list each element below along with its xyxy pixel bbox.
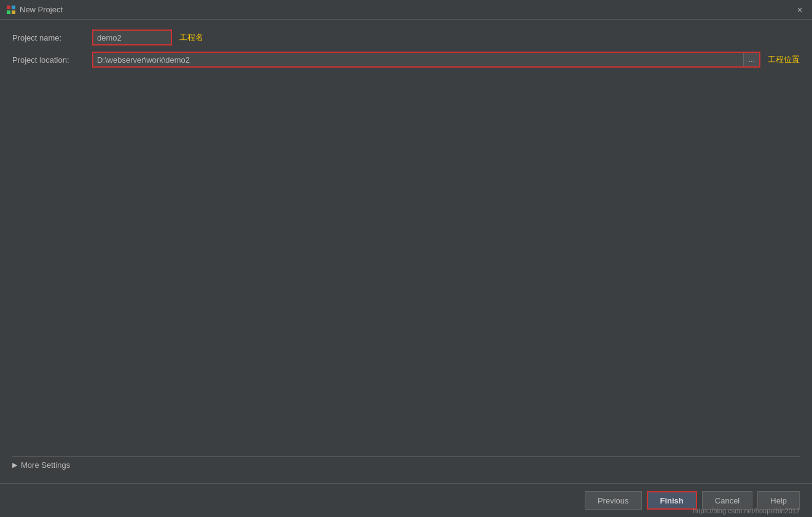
more-settings-arrow-icon: ▶ bbox=[12, 461, 17, 469]
project-location-input[interactable] bbox=[93, 53, 743, 66]
previous-button[interactable]: Previous bbox=[585, 491, 642, 510]
project-name-row: Project name: 工程名 bbox=[12, 30, 800, 45]
project-location-label: Project location: bbox=[12, 55, 92, 65]
title-bar-left: New Project bbox=[6, 5, 63, 15]
footer-url: https://blog.csdn.net/houpeibin2012 bbox=[693, 507, 800, 515]
finish-button[interactable]: Finish bbox=[647, 491, 697, 510]
project-name-annotation: 工程名 bbox=[179, 32, 203, 43]
project-name-input[interactable] bbox=[92, 30, 172, 45]
dialog-window: New Project × Project name: 工程名 Project … bbox=[0, 0, 812, 517]
browse-button[interactable]: ... bbox=[743, 53, 759, 66]
content-area: Project name: 工程名 Project location: ... … bbox=[0, 20, 812, 483]
title-bar: New Project × bbox=[0, 0, 812, 20]
svg-rect-0 bbox=[7, 6, 10, 9]
svg-rect-1 bbox=[12, 6, 15, 9]
project-location-annotation: 工程位置 bbox=[768, 54, 800, 65]
svg-rect-3 bbox=[12, 10, 15, 14]
title-text: New Project bbox=[20, 5, 63, 14]
app-icon bbox=[6, 5, 16, 15]
svg-rect-2 bbox=[7, 10, 10, 14]
bottom-bar: Previous Finish Cancel Help https://blog… bbox=[0, 483, 812, 517]
project-location-row: Project location: ... 工程位置 bbox=[12, 52, 800, 68]
content-spacer bbox=[12, 74, 800, 456]
more-settings-label: More Settings bbox=[21, 460, 70, 470]
close-button[interactable]: × bbox=[794, 4, 806, 16]
project-location-wrapper: ... bbox=[92, 52, 760, 68]
more-settings-row[interactable]: ▶ More Settings bbox=[12, 456, 800, 473]
project-name-label: Project name: bbox=[12, 33, 92, 42]
